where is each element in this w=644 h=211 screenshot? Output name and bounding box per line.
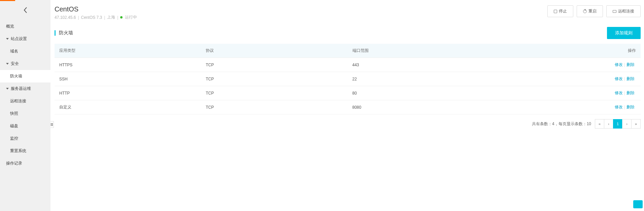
caret-down-icon <box>6 88 9 90</box>
reboot-button[interactable]: 重启 <box>577 5 603 17</box>
sidebar-item-label: 磁盘 <box>10 123 18 129</box>
sidebar-item-overview[interactable]: 概览 <box>0 20 50 33</box>
page-next-button[interactable]: › <box>622 119 632 129</box>
edit-link[interactable]: 修改 <box>613 105 624 109</box>
caret-down-icon <box>6 38 9 40</box>
chat-support-button[interactable] <box>633 200 643 208</box>
col-port-range: 端口范围 <box>348 44 571 58</box>
delete-link[interactable]: 删除 <box>625 91 636 95</box>
edit-link[interactable]: 修改 <box>613 76 624 81</box>
cell-app-type: 自定义 <box>55 100 201 114</box>
sidebar: 概览 站点设置 域名 安全 防火墙 服务器运维 远程连接 快照 磁盘 监控 重置… <box>0 0 50 211</box>
sidebar-item-label: 重置系统 <box>10 148 26 154</box>
button-label: 远程连接 <box>618 8 634 14</box>
sidebar-item-label: 域名 <box>10 48 18 54</box>
button-label: 停止 <box>559 8 567 14</box>
sidebar-item-remote-connect[interactable]: 远程连接 <box>0 95 50 107</box>
cell-port-range: 443 <box>348 58 571 72</box>
page-number-button[interactable]: 1 <box>613 119 622 129</box>
cell-app-type: HTTPS <box>55 58 201 72</box>
sidebar-item-snapshot[interactable]: 快照 <box>0 107 50 120</box>
edit-link[interactable]: 修改 <box>613 62 624 67</box>
stop-button[interactable]: 停止 <box>547 5 573 17</box>
delete-link[interactable]: 删除 <box>625 105 636 109</box>
col-app-type: 应用类型 <box>55 44 201 58</box>
stop-icon <box>554 10 557 13</box>
chevron-left-icon <box>23 7 27 13</box>
cell-protocol: TCP <box>201 100 347 114</box>
back-button[interactable] <box>0 0 50 20</box>
cell-protocol: TCP <box>201 58 347 72</box>
sidebar-group-site-settings[interactable]: 站点设置 <box>0 33 50 45</box>
sidebar-group-server-ops[interactable]: 服务器运维 <box>0 82 50 95</box>
sidebar-item-label: 防火墙 <box>10 73 22 79</box>
delete-link[interactable]: 删除 <box>625 62 636 67</box>
separator: | <box>117 15 118 20</box>
delete-link[interactable]: 删除 <box>625 76 636 81</box>
remote-icon <box>613 10 616 13</box>
sidebar-item-operation-log[interactable]: 操作记录 <box>0 157 50 170</box>
sidebar-item-label: 站点设置 <box>11 36 27 42</box>
page-last-button[interactable]: » <box>631 119 641 129</box>
sidebar-item-label: 快照 <box>10 111 18 116</box>
cell-action: 修改|删除 <box>570 86 641 100</box>
sidebar-item-firewall[interactable]: 防火墙 <box>0 70 50 82</box>
top-accent-bar <box>0 0 15 1</box>
cell-app-type: HTTP <box>55 86 201 100</box>
server-os: CentOS 7.3 <box>81 15 102 20</box>
sidebar-item-disk[interactable]: 磁盘 <box>0 120 50 132</box>
remote-connect-button[interactable]: 远程连接 <box>606 5 641 17</box>
cell-action: 修改|删除 <box>570 100 641 114</box>
sidebar-item-monitor[interactable]: 监控 <box>0 132 50 145</box>
table-row: HTTPSTCP443修改|删除 <box>55 58 641 72</box>
sidebar-item-label: 服务器运维 <box>11 86 31 92</box>
separator: | <box>104 15 105 20</box>
svg-rect-2 <box>50 124 51 125</box>
sidebar-collapse-toggle[interactable] <box>50 121 54 128</box>
cell-app-type: SSH <box>55 72 201 86</box>
page-first-button[interactable]: « <box>595 119 604 129</box>
page-title: CentOS <box>55 5 137 13</box>
main-content: CentOS 47.102.45.6 | CentOS 7.3 | 上海 | 运… <box>50 0 644 211</box>
svg-rect-5 <box>51 125 53 126</box>
table-row: 自定义TCP8080修改|删除 <box>55 100 641 114</box>
pagination-summary: 共有条数：4，每页显示条数：10 <box>532 121 591 127</box>
server-status: 运行中 <box>125 14 137 20</box>
cell-port-range: 22 <box>348 72 571 86</box>
sidebar-item-label: 安全 <box>11 61 19 67</box>
sidebar-item-label: 监控 <box>10 136 18 141</box>
sidebar-item-label: 远程连接 <box>10 98 26 104</box>
collapse-icon <box>50 123 53 126</box>
sidebar-group-security[interactable]: 安全 <box>0 58 50 70</box>
page-prev-button[interactable]: ‹ <box>604 119 613 129</box>
caret-down-icon <box>6 63 9 65</box>
table-row: SSHTCP22修改|删除 <box>55 72 641 86</box>
table-row: HTTPTCP80修改|删除 <box>55 86 641 100</box>
svg-rect-4 <box>50 125 51 126</box>
pagination: « ‹ 1 › » <box>595 119 641 129</box>
firewall-table: 应用类型 协议 端口范围 操作 HTTPSTCP443修改|删除SSHTCP22… <box>55 44 641 114</box>
server-region: 上海 <box>107 14 115 20</box>
sidebar-item-label: 操作记录 <box>6 161 22 166</box>
status-dot-icon <box>120 16 123 19</box>
sidebar-item-reset-system[interactable]: 重置系统 <box>0 145 50 157</box>
cell-port-range: 8080 <box>348 100 571 114</box>
svg-rect-0 <box>50 123 51 124</box>
add-rule-button[interactable]: 添加规则 <box>607 27 641 39</box>
section-title-label: 防火墙 <box>59 30 73 36</box>
cell-action: 修改|删除 <box>570 58 641 72</box>
separator: | <box>78 15 79 20</box>
col-action: 操作 <box>570 44 641 58</box>
svg-rect-3 <box>51 124 53 125</box>
section-title: 防火墙 <box>55 30 73 36</box>
server-ip: 47.102.45.6 <box>55 15 76 20</box>
svg-rect-1 <box>51 123 53 124</box>
cell-action: 修改|删除 <box>570 72 641 86</box>
reboot-icon <box>583 9 587 13</box>
sidebar-item-label: 概览 <box>6 24 14 29</box>
edit-link[interactable]: 修改 <box>613 91 624 95</box>
button-label: 重启 <box>588 8 597 14</box>
col-protocol: 协议 <box>201 44 347 58</box>
sidebar-item-domain[interactable]: 域名 <box>0 45 50 58</box>
cell-protocol: TCP <box>201 72 347 86</box>
